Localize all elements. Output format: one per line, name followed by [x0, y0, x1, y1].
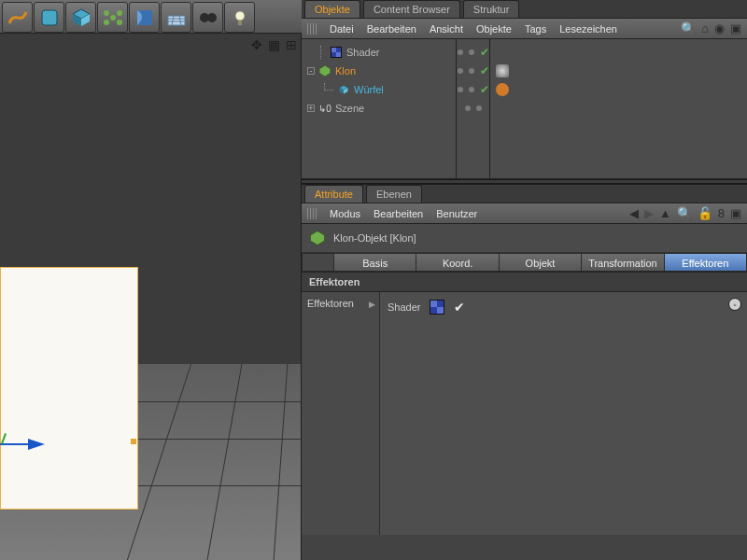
shader-icon: [430, 300, 444, 315]
tab-attribute[interactable]: Attribute: [304, 185, 363, 203]
material-tag-icon[interactable]: [496, 64, 509, 77]
svg-point-4: [110, 15, 116, 21]
vis-row[interactable]: ✔: [457, 62, 489, 80]
tag-row[interactable]: [490, 62, 747, 80]
nav-fwd-icon[interactable]: ▶: [644, 206, 654, 220]
check-icon[interactable]: ✔: [454, 300, 465, 315]
lock-icon[interactable]: 🔓: [698, 206, 712, 220]
tab-content-browser[interactable]: Content Browser: [363, 0, 460, 18]
tree-label: Shader: [346, 47, 379, 58]
menu-modus[interactable]: Modus: [330, 208, 360, 219]
tool-primitive-cube[interactable]: [65, 2, 96, 33]
tree-label: Szene: [335, 103, 364, 114]
nav-back-icon[interactable]: ◀: [629, 206, 639, 220]
home-icon[interactable]: ⌂: [701, 21, 709, 35]
vis-row[interactable]: ✔: [457, 43, 489, 62]
object-header: Klon-Objekt [Klon]: [302, 224, 747, 253]
attribute-panel: Attribute Ebenen Modus Bearbeiten Benutz…: [302, 184, 747, 535]
atab-koord[interactable]: Koord.: [416, 253, 498, 272]
menu-bearbeiten[interactable]: Bearbeiten: [374, 208, 423, 219]
search-icon[interactable]: 🔍: [681, 21, 696, 35]
collapse-icon[interactable]: -: [307, 67, 315, 75]
atab-basis[interactable]: Basis: [333, 253, 416, 272]
effektoren-label: Effektoren: [307, 298, 354, 309]
menu-benutzer[interactable]: Benutzer: [436, 208, 477, 219]
tree-row-klon[interactable]: - Klon: [302, 62, 456, 80]
axis-icon[interactable]: ✥: [251, 37, 262, 52]
visibility-column: ✔ ✔ ✔: [457, 39, 490, 178]
svg-point-8: [117, 20, 122, 25]
selected-cube[interactable]: [0, 267, 138, 510]
tab-objekte[interactable]: Objekte: [304, 0, 360, 18]
atab-effektoren[interactable]: Effektoren: [664, 253, 747, 272]
handle-right[interactable]: [131, 439, 136, 444]
vis-row[interactable]: ✔: [457, 80, 489, 99]
effektoren-body: Effektoren ▶ ◦ Shader ✔: [302, 292, 747, 535]
tool-floor[interactable]: [161, 2, 191, 33]
menu-objekte[interactable]: Objekte: [476, 23, 512, 35]
menu-lesezeichen[interactable]: Lesezeichen: [559, 23, 617, 35]
search-icon[interactable]: 🔍: [677, 206, 692, 220]
main-toolbar: [0, 0, 302, 34]
svg-rect-0: [42, 10, 57, 25]
objects-panel: Objekte Content Browser Struktur Datei B…: [302, 0, 747, 179]
tool-subdiv[interactable]: [34, 2, 64, 33]
move-gizmo[interactable]: [0, 433, 65, 455]
effector-item[interactable]: Shader ✔: [388, 300, 740, 315]
tree-row-wuerfel[interactable]: Würfel: [302, 80, 456, 99]
svg-rect-9: [168, 16, 185, 25]
effektoren-label-col: Effektoren ▶: [302, 292, 380, 535]
popout-icon[interactable]: ▣: [730, 21, 741, 35]
grid-icon[interactable]: ▦: [268, 37, 280, 52]
tags-column: [490, 39, 747, 178]
nav-up-icon[interactable]: ▲: [659, 206, 671, 220]
popout-icon[interactable]: ▣: [730, 206, 741, 220]
attribute-body: Klon-Objekt [Klon] Basis Koord. Objekt T…: [302, 224, 747, 535]
tag-row[interactable]: [490, 99, 747, 118]
grip-icon[interactable]: [307, 23, 317, 35]
svg-point-5: [104, 10, 109, 16]
objects-menubar: Datei Bearbeiten Ansicht Objekte Tags Le…: [302, 19, 747, 39]
attribute-sub-tabs: Basis Koord. Objekt Transformation Effek…: [302, 253, 747, 272]
effector-name: Shader: [388, 301, 420, 313]
svg-rect-17: [238, 21, 242, 25]
svg-marker-22: [311, 231, 325, 245]
menu-tags[interactable]: Tags: [525, 23, 546, 35]
right-panels: Objekte Content Browser Struktur Datei B…: [302, 0, 747, 560]
tree-row-szene[interactable]: + ↳0 Szene: [302, 99, 456, 118]
clear-circle-icon[interactable]: ◦: [728, 298, 741, 311]
tab-struktur[interactable]: Struktur: [463, 0, 520, 18]
menu-bearbeiten[interactable]: Bearbeiten: [367, 23, 416, 35]
svg-point-15: [207, 13, 217, 22]
atab-transformation[interactable]: Transformation: [581, 253, 663, 272]
tree-label: Würfel: [354, 84, 384, 95]
expand-icon[interactable]: ⊞: [286, 37, 297, 52]
object-title: Klon-Objekt [Klon]: [333, 232, 416, 244]
atab-objekt[interactable]: Objekt: [499, 253, 581, 272]
effektoren-list[interactable]: ◦ Shader ✔: [380, 292, 747, 535]
section-header-effektoren: Effektoren: [302, 272, 747, 292]
tab-ebenen[interactable]: Ebenen: [366, 185, 422, 203]
viewport[interactable]: ✥ ▦ ⊞: [0, 34, 302, 560]
tool-boole[interactable]: [129, 2, 160, 33]
svg-point-6: [117, 10, 122, 16]
tag-row[interactable]: [490, 80, 747, 99]
link-icon[interactable]: 8: [718, 206, 725, 220]
grip-icon[interactable]: [307, 208, 317, 219]
tool-camera[interactable]: [192, 2, 223, 33]
objects-body: Shader - Klon Würfel + ↳0 Szene: [302, 39, 747, 179]
menu-datei[interactable]: Datei: [330, 23, 354, 35]
tool-spline[interactable]: [2, 2, 33, 33]
object-tree[interactable]: Shader - Klon Würfel + ↳0 Szene: [302, 39, 457, 178]
menu-ansicht[interactable]: Ansicht: [430, 23, 463, 35]
expand-icon[interactable]: +: [307, 105, 315, 112]
vis-row[interactable]: [457, 99, 489, 118]
tag-row[interactable]: [490, 43, 747, 62]
chevron-right-icon[interactable]: ▶: [369, 300, 375, 309]
tool-array[interactable]: [97, 2, 128, 33]
tool-light[interactable]: [224, 2, 255, 33]
tree-row-shader[interactable]: Shader: [302, 43, 456, 62]
eye-icon[interactable]: ◉: [714, 21, 725, 35]
attribute-menubar: Modus Bearbeiten Benutzer ◀ ▶ ▲ 🔍 🔓 8 ▣: [302, 203, 747, 224]
phong-tag-icon[interactable]: [496, 83, 509, 96]
